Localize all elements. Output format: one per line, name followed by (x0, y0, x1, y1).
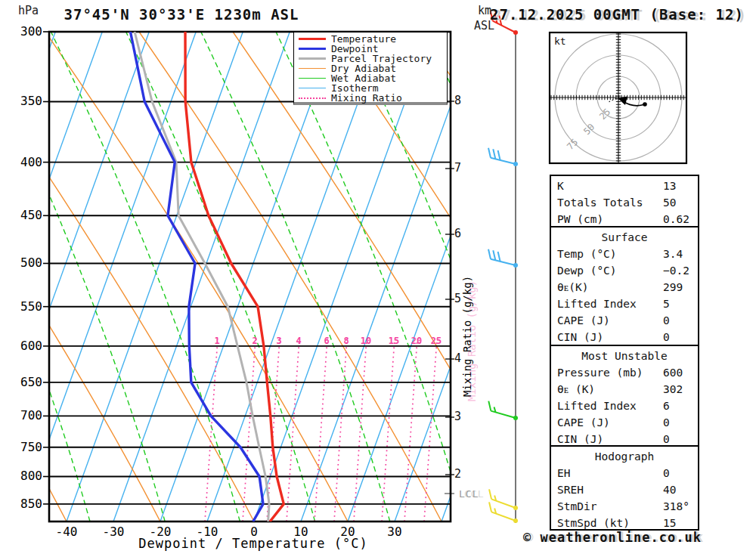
table-label: θᴇ(K) (557, 281, 588, 293)
table-label: Lifted Index (557, 298, 637, 310)
table-row: PW (cm)0.62 (551, 211, 698, 227)
dewpoint-curve (130, 32, 263, 522)
table-row: Dewp (°C)−0.2 (551, 262, 698, 279)
table-row: Pressure (mb)600 (551, 364, 698, 381)
isotherm-line (113, 32, 290, 522)
table-value: −0.2 (663, 262, 689, 279)
table-label: PW (cm) (557, 213, 603, 225)
pressure-tick-label: 550 (11, 299, 42, 314)
mixing-ratio-value-label: 1 (207, 336, 227, 346)
table-section: K13Totals Totals50PW (cm)0.62 (550, 175, 699, 227)
copyright: © weatheronline.co.uk (491, 530, 733, 545)
altitude-unit-label: km (478, 4, 491, 17)
legend-swatch-icon (299, 88, 326, 88)
pressure-tick-label: 800 (11, 469, 42, 483)
x-axis-label: Dewpoint / Temperature (°C) (110, 536, 397, 551)
altitude-unit2-label: ASL (474, 19, 494, 32)
table-value: 0.62 (663, 211, 689, 227)
table-label: StmSpd (kt) (557, 517, 630, 529)
table-label: CIN (J) (557, 331, 603, 343)
mixing-ratio-line (205, 339, 218, 522)
km-tick-label: 2 (454, 467, 461, 481)
table-label: StmDir (557, 500, 596, 512)
pressure-tick-label: 450 (11, 208, 42, 222)
table-label: θᴇ (K) (557, 383, 595, 395)
mixing-ratio-value-label: 6 (317, 336, 336, 346)
table-value: 299 (663, 279, 683, 296)
table-value: 15 (663, 515, 676, 531)
table-label: Totals Totals (557, 197, 643, 209)
wet-adiabat-line (351, 32, 540, 522)
table-section-header: Hodograph (551, 448, 698, 465)
mixing-ratio-line (354, 339, 367, 522)
table-value: 5 (663, 296, 670, 312)
legend-item: Mixing Ratio (296, 93, 447, 103)
mixing-ratio-line (287, 339, 299, 522)
legend-swatch-icon (299, 57, 326, 60)
pressure-tick-label: 300 (11, 24, 42, 39)
mixing-ratio-line (404, 339, 417, 522)
table-label: Lifted Index (557, 400, 637, 412)
table-value: 50 (663, 194, 676, 211)
table-row: K13 (551, 178, 698, 194)
wet-adiabat-line (276, 32, 465, 522)
table-label: CIN (J) (557, 433, 603, 445)
table-row: Lifted Index6 (551, 398, 698, 414)
mixing-ratio-axis-label: Mixing Ratio (g/kg) (461, 276, 473, 397)
mixing-ratio-value-label: 8 (336, 336, 356, 346)
dry-adiabat-line (233, 32, 535, 522)
table-section: HodographEH0SREH40StmDir318°StmSpd (kt)1… (550, 445, 699, 531)
skewt-sounding-app: 37°45'N 30°33'E 1230m ASL 27.12.2025 00G… (0, 0, 756, 554)
km-tick-label: 6 (454, 227, 461, 240)
table-row: Totals Totals50 (551, 194, 698, 211)
table-section: Most UnstablePressure (mb)600θᴇ (K)302Li… (550, 345, 699, 447)
table-value: 0 (663, 465, 670, 481)
pressure-tick-label: 750 (11, 440, 42, 454)
wind-barb (488, 148, 518, 166)
km-tick-label: 7 (454, 161, 461, 175)
lcl-marker-label: LCL (459, 488, 479, 500)
table-row: StmDir318° (551, 498, 698, 515)
km-tick-label: 8 (454, 94, 461, 107)
table-value: 318° (663, 498, 689, 515)
table-row: Lifted Index5 (551, 296, 698, 312)
table-value: 13 (663, 178, 676, 194)
hodograph-origin-dot (643, 102, 647, 107)
mixing-ratio-value-label: 25 (426, 336, 446, 346)
table-value: 0 (663, 312, 670, 329)
table-section-header: Most Unstable (551, 348, 698, 364)
mixing-ratio-line (382, 339, 395, 522)
legend-swatch-icon (299, 97, 326, 99)
pressure-tick-label: 600 (11, 339, 42, 353)
km-tick-label: 4 (454, 351, 461, 365)
km-tick-label: 3 (454, 410, 461, 423)
table-row: EH0 (551, 465, 698, 481)
date-title: 27.12.2025 00GMT (Base: 12) (490, 6, 744, 23)
km-tick-label: 5 (454, 292, 461, 305)
wind-barb (489, 502, 518, 523)
isotherm-line (254, 32, 430, 522)
station-title: 37°45'N 30°33'E 1230m ASL (42, 6, 321, 23)
table-section: SurfaceTemp (°C)3.4Dewp (°C)−0.2θᴇ(K)299… (550, 226, 699, 346)
mixing-ratio-line (424, 339, 437, 522)
temp-tick-label: -40 (44, 525, 89, 539)
table-row: SREH40 (551, 481, 698, 498)
wind-barb (488, 249, 518, 268)
pressure-tick-label: 350 (11, 94, 42, 108)
table-value: 600 (663, 364, 683, 381)
hodograph-unit-label: kt (554, 36, 566, 47)
legend-swatch-icon (299, 38, 326, 40)
table-row: CAPE (J)0 (551, 414, 698, 431)
mixing-ratio-value-label: 10 (356, 336, 376, 346)
mixing-ratio-value-label: 2 (245, 336, 265, 346)
table-label: CAPE (J) (557, 314, 610, 327)
isotherm-line (395, 32, 571, 522)
mixing-ratio-line (334, 339, 347, 522)
table-value: 3.4 (663, 246, 683, 262)
table-row: CIN (J)0 (551, 329, 698, 345)
mixing-ratio-value-label: 20 (407, 336, 426, 346)
table-value: 40 (663, 481, 676, 498)
mixing-ratio-value-label: 15 (384, 336, 404, 346)
isotherm-line (20, 32, 196, 522)
isotherm-line (207, 32, 383, 522)
